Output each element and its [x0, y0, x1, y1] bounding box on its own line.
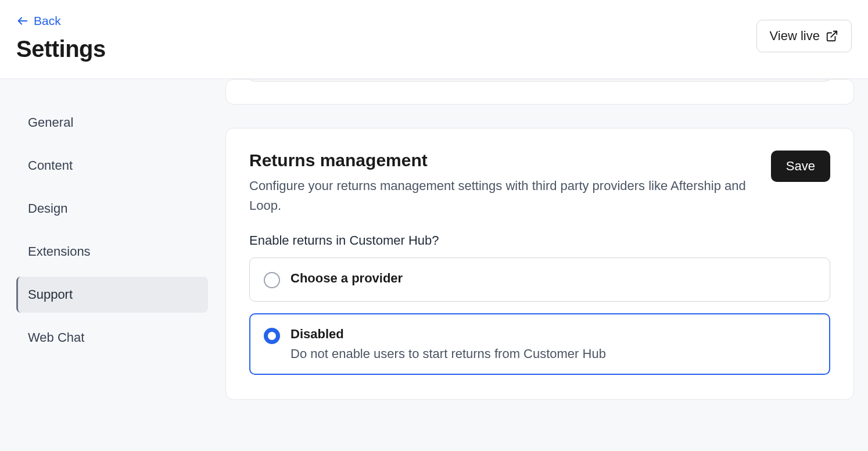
sidebar-item-label: Support	[28, 287, 73, 302]
card-header-text: Returns management Configure your return…	[249, 151, 757, 216]
radio-icon	[264, 328, 280, 344]
back-label: Back	[34, 14, 61, 28]
sidebar-item-label: General	[28, 115, 73, 130]
back-link[interactable]: Back	[16, 14, 106, 28]
returns-management-card: Returns management Configure your return…	[225, 128, 854, 400]
save-button[interactable]: Save	[771, 151, 830, 182]
sidebar-item-extensions[interactable]: Extensions	[16, 234, 208, 270]
radio-content: Choose a provider	[290, 271, 816, 286]
radio-option-choose-provider[interactable]: Choose a provider	[249, 257, 830, 302]
arrow-left-icon	[16, 15, 29, 27]
sidebar-item-content[interactable]: Content	[16, 148, 208, 184]
sidebar-item-label: Content	[28, 158, 73, 173]
content-wrapper: General Content Design Extensions Suppor…	[0, 79, 868, 451]
sidebar-item-general[interactable]: General	[16, 105, 208, 141]
sidebar: General Content Design Extensions Suppor…	[0, 79, 215, 451]
radio-title: Disabled	[290, 327, 816, 342]
view-live-button[interactable]: View live	[756, 20, 852, 52]
page-title: Settings	[16, 36, 106, 62]
card-title: Returns management	[249, 151, 757, 170]
card-description: Configure your returns management settin…	[249, 176, 757, 216]
field-label: Enable returns in Customer Hub?	[249, 233, 830, 248]
svg-line-1	[831, 31, 837, 37]
sidebar-item-web-chat[interactable]: Web Chat	[16, 320, 208, 356]
radio-subtitle: Do not enable users to start returns fro…	[290, 346, 816, 361]
view-live-label: View live	[770, 28, 820, 44]
sidebar-item-design[interactable]: Design	[16, 191, 208, 227]
card-header: Returns management Configure your return…	[249, 151, 830, 216]
previous-card-peek	[225, 79, 854, 105]
radio-title: Choose a provider	[290, 271, 816, 286]
header-left: Back Settings	[16, 14, 106, 62]
sidebar-item-label: Web Chat	[28, 330, 84, 345]
main-content: Returns management Configure your return…	[215, 79, 868, 451]
sidebar-item-label: Design	[28, 201, 67, 216]
radio-option-disabled[interactable]: Disabled Do not enable users to start re…	[249, 313, 830, 375]
external-link-icon	[826, 30, 838, 42]
sidebar-item-label: Extensions	[28, 244, 91, 259]
radio-content: Disabled Do not enable users to start re…	[290, 327, 816, 361]
page-header: Back Settings View live	[0, 0, 868, 79]
radio-icon	[264, 272, 280, 288]
sidebar-item-support[interactable]: Support	[16, 277, 208, 313]
